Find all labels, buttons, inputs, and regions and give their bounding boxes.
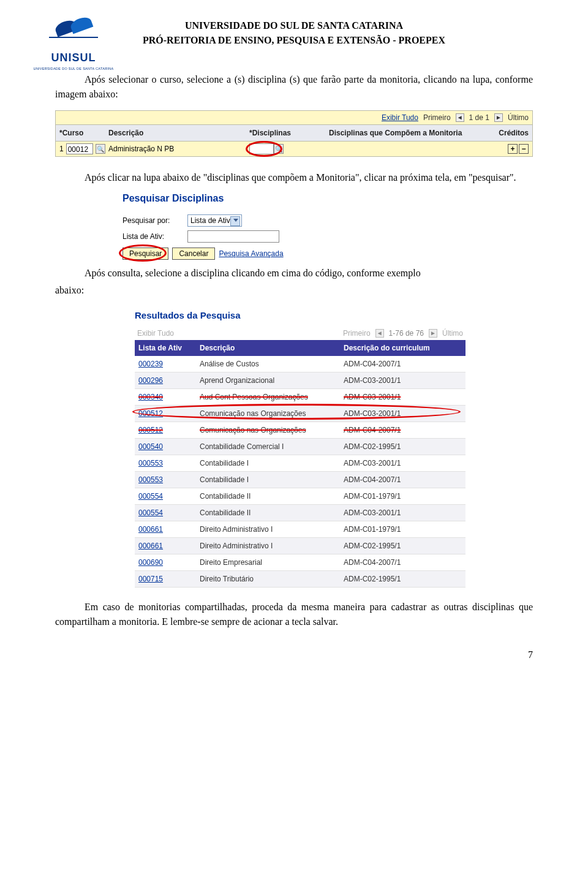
result-desc: Análise de Custos xyxy=(200,358,344,369)
paragraph-3b: abaixo: xyxy=(55,283,533,298)
result-code-link[interactable]: 000715 xyxy=(138,575,163,583)
resultados-panel: Resultados da Pesquisa Exibir Tudo Prime… xyxy=(135,309,466,588)
result-curriculum: ADM-C02-1995/1 xyxy=(344,441,462,452)
header-line2: PRÓ-REITORIA DE ENSINO, PESQUISA E EXTEN… xyxy=(55,33,533,48)
table-row: 000340Aud Cont Pessoas OrganizaçõesADM-C… xyxy=(135,389,466,406)
resultados-title: Resultados da Pesquisa xyxy=(135,309,466,323)
table-row: 000661Direito Administrativo IADM-C01-19… xyxy=(135,521,466,538)
res-col-1: Lista de Ativ xyxy=(138,342,200,354)
result-code-link[interactable]: 000553 xyxy=(138,475,163,484)
lista-ativ-input[interactable] xyxy=(187,230,279,243)
result-desc: Contabilidade I xyxy=(200,458,344,469)
result-curriculum: ADM-C03-2001/1 xyxy=(344,458,462,469)
remove-row-button[interactable]: − xyxy=(519,144,529,154)
resultados-nav: Exibir Tudo Primeiro ◄ 1-76 de 76 ► Últi… xyxy=(135,327,466,340)
result-code-link[interactable]: 000512 xyxy=(138,426,163,434)
res-col-3: Descrição do curriculum xyxy=(344,342,462,354)
res-exibir-tudo: Exibir Tudo xyxy=(137,328,174,339)
col-disc-monitoria: Disciplinas que Compõem a Monitoria xyxy=(329,127,486,138)
col-disciplinas: *Disciplinas xyxy=(249,127,329,138)
chevron-down-icon xyxy=(233,219,238,222)
table-row: 000540Contabilidade Comercial IADM-C02-1… xyxy=(135,439,466,455)
pesquisa-avancada-link[interactable]: Pesquisa Avançada xyxy=(219,248,283,259)
curso-input[interactable]: 00012 xyxy=(66,143,93,154)
lista-ativ-label: Lista de Ativ: xyxy=(123,231,184,242)
result-curriculum: ADM-C01-1979/1 xyxy=(344,491,462,502)
result-desc: Contabilidade Comercial I xyxy=(200,441,344,452)
pesquisar-disciplinas-panel: Pesquisar Disciplinas Pesquisar por: Lis… xyxy=(123,191,380,260)
course-discipline-bar: Exibir Tudo Primeiro ◄ 1 de 1 ► Último *… xyxy=(55,110,533,157)
result-desc: Contabilidade I xyxy=(200,474,344,485)
result-code-link[interactable]: 000340 xyxy=(138,393,163,401)
resultados-header-row: Lista de Ativ Descrição Descrição do cur… xyxy=(135,340,466,356)
result-curriculum: ADM-C04-2007/1 xyxy=(344,425,462,436)
result-desc: Comunicação nas Organizações xyxy=(200,425,344,436)
result-code-link[interactable]: 000554 xyxy=(138,509,163,517)
logo-text: UNISUL xyxy=(31,50,116,66)
add-row-button[interactable]: + xyxy=(508,144,518,154)
result-code-link[interactable]: 000553 xyxy=(138,459,163,467)
pesquisar-button[interactable]: Pesquisar xyxy=(123,248,168,260)
result-code-link[interactable]: 000661 xyxy=(138,525,163,534)
res-prev-icon[interactable]: ◄ xyxy=(375,329,384,338)
lookup-curso-icon[interactable]: 🔍 xyxy=(96,144,105,154)
paragraph-2: Após clicar na lupa abaixo de "disciplin… xyxy=(55,170,533,185)
result-code-link[interactable]: 000690 xyxy=(138,558,163,567)
res-ultimo: Último xyxy=(442,328,463,339)
result-desc: Direito Administrativo I xyxy=(200,540,344,551)
result-curriculum: ADM-C01-1979/1 xyxy=(344,524,462,535)
table-row: 000554Contabilidade IIADM-C03-2001/1 xyxy=(135,505,466,521)
result-curriculum: ADM-C03-2001/1 xyxy=(344,507,462,518)
pesq-title: Pesquisar Disciplinas xyxy=(123,191,380,206)
result-curriculum: ADM-C03-2001/1 xyxy=(344,408,462,419)
paragraph-3a: Após consulta, selecione a disciplina cl… xyxy=(55,266,533,281)
table-row: 000690Direito EmpresarialADM-C04-2007/1 xyxy=(135,554,466,571)
bar-columns: *Curso Descrição *Disciplinas Disciplina… xyxy=(55,125,533,142)
result-desc: Direito Empresarial xyxy=(200,557,344,568)
bar-row-1: 1 00012 🔍 Administração N PB 🔍 + − xyxy=(55,142,533,157)
exibir-tudo-link[interactable]: Exibir Tudo xyxy=(382,112,418,123)
row-number: 1 xyxy=(59,143,64,154)
pesquisar-por-select[interactable]: Lista de Ativ xyxy=(187,214,242,227)
col-curso: *Curso xyxy=(59,127,108,138)
res-next-icon[interactable]: ► xyxy=(429,329,437,338)
result-desc: Contabilidade II xyxy=(200,491,344,502)
result-code-link[interactable]: 000239 xyxy=(138,360,163,368)
result-curriculum: ADM-C02-1995/1 xyxy=(344,540,462,551)
table-row: 000239Análise de CustosADM-C04-2007/1 xyxy=(135,356,466,372)
res-count: 1-76 de 76 xyxy=(389,328,424,339)
bar-nav: Exibir Tudo Primeiro ◄ 1 de 1 ► Último xyxy=(55,110,533,125)
lookup-disciplina-icon[interactable]: 🔍 xyxy=(274,144,284,154)
result-desc: Aud Cont Pessoas Organizações xyxy=(200,391,344,403)
resultados-rows: 000239Análise de CustosADM-C04-2007/1000… xyxy=(135,356,466,588)
table-row: 000296Aprend OrganizacionalADM-C03-2001/… xyxy=(135,372,466,389)
page-number: 7 xyxy=(55,648,533,662)
result-code-link[interactable]: 000540 xyxy=(138,442,163,451)
result-desc: Comunicação nas Organizações xyxy=(200,408,344,419)
result-code-link[interactable]: 000554 xyxy=(138,492,163,501)
res-col-2: Descrição xyxy=(200,342,344,354)
result-curriculum: ADM-C03-2001/1 xyxy=(344,375,462,386)
logo-subtext: UNIVERSIDADE DO SUL DE SANTA CATARINA xyxy=(31,66,116,71)
result-code-link[interactable]: 000661 xyxy=(138,542,163,550)
table-row: 000554Contabilidade IIADM-C01-1979/1 xyxy=(135,488,466,505)
page-header: UNISUL UNIVERSIDADE DO SUL DE SANTA CATA… xyxy=(55,18,533,48)
desc-value: Administração N PB xyxy=(108,143,249,154)
next-icon[interactable]: ► xyxy=(494,113,503,122)
disciplina-input[interactable] xyxy=(249,143,274,154)
result-code-link[interactable]: 000512 xyxy=(138,409,163,418)
table-row: 000512Comunicação nas OrganizaçõesADM-C0… xyxy=(135,422,466,439)
ultimo-label: Último xyxy=(508,112,529,123)
table-row: 000715Direito TributárioADM-C02-1995/1 xyxy=(135,571,466,588)
table-row: 000512Comunicação nas OrganizaçõesADM-C0… xyxy=(135,406,466,422)
result-desc: Aprend Organizacional xyxy=(200,375,344,386)
pesquisar-por-label: Pesquisar por: xyxy=(123,215,184,226)
count-label: 1 de 1 xyxy=(469,112,489,123)
prev-icon[interactable]: ◄ xyxy=(456,113,464,122)
cancelar-button[interactable]: Cancelar xyxy=(172,248,215,260)
result-desc: Direito Administrativo I xyxy=(200,524,344,535)
result-code-link[interactable]: 000296 xyxy=(138,376,163,385)
unisul-logo: UNISUL UNIVERSIDADE DO SUL DE SANTA CATA… xyxy=(31,12,116,71)
primeiro-label: Primeiro xyxy=(423,112,451,123)
paragraph-4: Em caso de monitorias compartilhadas, pr… xyxy=(55,600,533,629)
